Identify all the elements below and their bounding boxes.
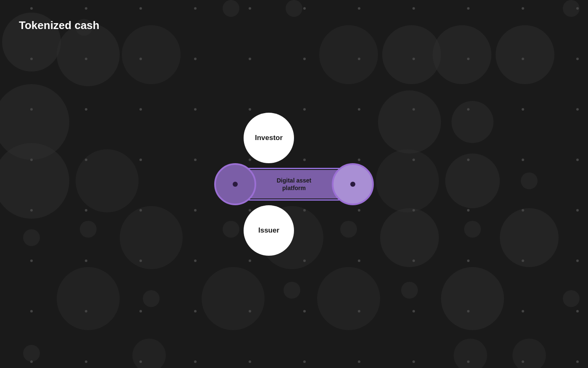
bg-dot	[139, 108, 142, 111]
bg-dot	[522, 159, 524, 161]
bg-dot	[576, 360, 579, 363]
bg-dot	[139, 58, 142, 60]
dumbbell-left-dot	[233, 182, 238, 187]
bg-circle	[454, 339, 487, 368]
bg-circle	[286, 0, 302, 17]
bg-dot	[467, 209, 470, 212]
bg-circle	[0, 143, 69, 219]
bg-circle	[143, 290, 160, 307]
bg-dot	[576, 7, 579, 10]
bg-dot	[249, 7, 251, 10]
bg-dot	[30, 209, 33, 212]
bg-dot	[358, 360, 360, 363]
bg-dot	[412, 360, 415, 363]
bg-dot	[30, 310, 33, 312]
bg-dot	[467, 360, 470, 363]
bg-dot	[412, 259, 415, 262]
bg-dot	[303, 259, 306, 262]
bg-dot	[412, 7, 415, 10]
bg-dot	[139, 159, 142, 161]
bg-dot	[303, 58, 306, 60]
bg-circle	[223, 0, 239, 17]
bg-circle	[376, 149, 439, 212]
platform-label: Digital asset platform	[277, 176, 311, 191]
bg-dot	[30, 259, 33, 262]
bg-dot	[249, 360, 251, 363]
bg-circle	[378, 90, 441, 154]
bg-dot	[576, 209, 579, 212]
bg-dot	[467, 259, 470, 262]
bg-dot	[412, 159, 415, 161]
bg-dot	[139, 7, 142, 10]
bg-circle	[500, 208, 559, 267]
bg-circle	[401, 282, 418, 299]
bg-circle	[122, 25, 181, 84]
bg-circle	[521, 172, 538, 189]
bg-dot	[522, 310, 524, 312]
bg-dot	[139, 209, 142, 212]
bg-dot	[139, 310, 142, 312]
bg-dot	[576, 108, 579, 111]
bg-circle	[433, 25, 491, 84]
bg-dot	[249, 310, 251, 312]
bg-dot	[303, 108, 306, 111]
bg-circle	[132, 339, 166, 368]
bg-dot	[85, 259, 87, 262]
investor-label: Investor	[255, 134, 283, 142]
bg-dot	[576, 159, 579, 161]
bg-circle	[382, 25, 441, 84]
bg-dot	[303, 7, 306, 10]
bg-dot	[85, 58, 87, 60]
bg-dot	[303, 310, 306, 312]
bg-dot	[30, 7, 33, 10]
bg-circle	[57, 267, 120, 330]
bg-dot	[30, 159, 33, 161]
dumbbell-right-dot	[350, 182, 355, 187]
bg-dot	[412, 310, 415, 312]
bg-dot	[576, 310, 579, 312]
bg-dot	[85, 159, 87, 161]
bg-dot	[249, 58, 251, 60]
bg-dot	[412, 58, 415, 60]
bg-dot	[522, 209, 524, 212]
bg-circle	[120, 206, 183, 269]
bg-dot	[85, 360, 87, 363]
bg-circle	[80, 221, 97, 238]
bg-dot	[522, 108, 524, 111]
bg-dot	[412, 209, 415, 212]
bg-circle	[445, 154, 500, 208]
bg-circle	[23, 345, 40, 362]
bg-dot	[467, 159, 470, 161]
bg-dot	[85, 108, 87, 111]
bg-dot	[194, 58, 197, 60]
bg-dot	[412, 108, 415, 111]
diagram-container: Investor Issuer Digital asset platform	[206, 121, 382, 247]
bg-dot	[194, 310, 197, 312]
platform-dumbbell: Digital asset platform	[214, 161, 374, 207]
bg-dot	[467, 58, 470, 60]
bg-dot	[249, 108, 251, 111]
bg-dot	[522, 58, 524, 60]
bg-dot	[467, 310, 470, 312]
bg-circle	[380, 208, 439, 267]
dumbbell-left-circle	[214, 163, 256, 205]
bg-dot	[522, 7, 524, 10]
bg-dot	[467, 7, 470, 10]
bg-dot	[139, 360, 142, 363]
bg-circle	[57, 23, 120, 86]
bg-dot	[522, 360, 524, 363]
bg-dot	[85, 7, 87, 10]
bg-dot	[30, 58, 33, 60]
bg-dot	[85, 209, 87, 212]
bg-dot	[358, 58, 360, 60]
bg-dot	[522, 259, 524, 262]
bg-dot	[576, 259, 579, 262]
bg-circle	[441, 267, 504, 330]
bg-circle	[23, 229, 40, 246]
bg-dot	[194, 259, 197, 262]
bg-circle	[464, 221, 481, 238]
bg-circle	[563, 290, 580, 307]
bg-circle	[319, 25, 378, 84]
issuer-node: Issuer	[244, 205, 294, 256]
bg-dot	[194, 7, 197, 10]
